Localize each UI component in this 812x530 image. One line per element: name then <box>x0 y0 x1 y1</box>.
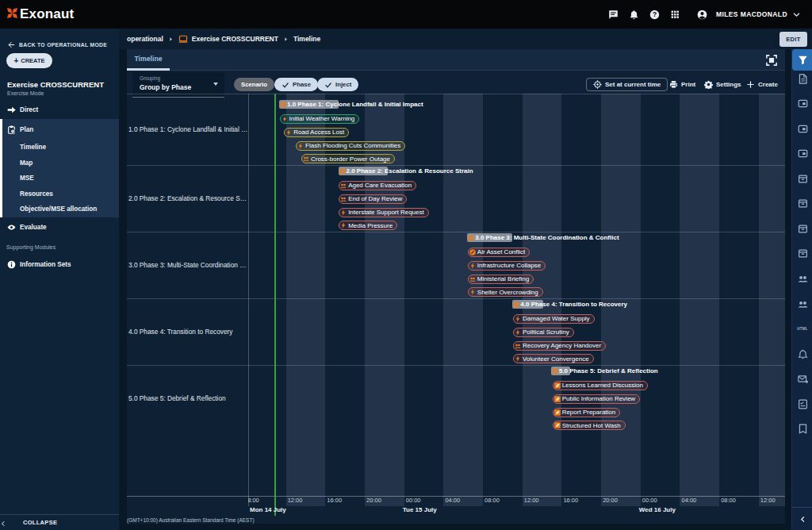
image-icon[interactable] <box>792 148 812 160</box>
breadcrumb-root[interactable]: operational <box>127 35 163 43</box>
image-icon[interactable] <box>792 98 812 110</box>
inject-chip[interactable]: Infrastructure Collapse <box>468 261 546 271</box>
inject-chip[interactable]: Flash Flooding Cuts Communities <box>296 141 405 151</box>
tab-timeline[interactable]: Timeline <box>127 49 170 71</box>
time-tick: 08:00 <box>485 497 500 504</box>
inject-chip[interactable]: Air Asset Conflict <box>468 248 530 257</box>
inject-chip[interactable]: Recovery Agency Handover <box>513 341 606 351</box>
sidebar-item-map[interactable]: Map <box>0 156 119 171</box>
archive-icon[interactable] <box>792 222 812 235</box>
inject-chip[interactable]: Public Information Review <box>553 394 640 404</box>
phase-bar[interactable]: 2.0 Phase 2: Escalation & Resource Strai… <box>339 167 473 175</box>
filter-icon[interactable] <box>792 49 812 71</box>
back-to-operational-mode-link[interactable]: BACK TO OPERATIONAL MODE <box>8 37 107 52</box>
time-tick: 04:00 <box>445 497 460 504</box>
archive-icon[interactable] <box>792 172 812 185</box>
inject-label: Infrastructure Collapse <box>477 262 541 269</box>
inject-chip[interactable]: End of Day Review <box>339 194 407 204</box>
settings-button[interactable]: Settings <box>704 78 741 91</box>
breadcrumb-page[interactable]: Timeline <box>293 35 320 43</box>
svg-text:?: ? <box>653 10 657 18</box>
people-icon[interactable] <box>792 272 812 285</box>
inject-chip[interactable]: Structured Hot Wash <box>553 421 626 430</box>
mail-forward-icon[interactable] <box>792 373 812 386</box>
phase-bar[interactable]: 3.0 Phase 3: Multi-State Coordination & … <box>467 233 619 242</box>
caret-right-icon <box>283 36 289 42</box>
caret-right-icon <box>168 36 174 42</box>
arrow-right-icon <box>7 106 16 114</box>
sidebar-collapse-button[interactable]: COLLAPSE <box>0 514 119 530</box>
fullscreen-icon[interactable] <box>766 55 777 65</box>
time-tick: 08:00 <box>721 497 736 504</box>
sidebar-item-resources[interactable]: Resources <box>0 186 119 202</box>
sidebar-item-objective-mse-allocation[interactable]: Objective/MSE allocation <box>0 202 119 217</box>
plus-icon: + <box>13 56 18 65</box>
check-icon <box>282 81 289 89</box>
sidebar-item-label: Information Sets <box>20 261 71 268</box>
filter-chip-scenario[interactable]: Scenario <box>234 78 274 91</box>
create-button[interactable]: + CREATE <box>6 53 52 68</box>
sidebar-item-evaluate[interactable]: Evaluate <box>0 217 119 237</box>
bell-icon[interactable] <box>624 4 645 25</box>
inject-chip[interactable]: Road Access Lost <box>284 128 349 137</box>
inject-chip[interactable]: Political Scrutiny <box>513 328 574 337</box>
inject-chip[interactable]: Report Preparation <box>553 408 621 417</box>
user-name[interactable]: MILES MACDONALD <box>716 10 787 18</box>
people-icon[interactable] <box>792 298 812 310</box>
time-tick: 08:00 <box>248 497 259 504</box>
inject-chip[interactable]: Initial Weather Warning <box>280 114 360 124</box>
phase-bar[interactable]: 4.0 Phase 4: Transition to Recovery <box>512 300 627 309</box>
row-separator <box>127 298 785 299</box>
inject-chip[interactable]: Lessons Learned Discussion <box>553 381 648 390</box>
apps-grid-icon[interactable] <box>665 4 686 25</box>
time-tick: 12:00 <box>288 497 303 504</box>
grouping-label: Grouping <box>140 75 160 81</box>
edit-note-icon <box>554 422 561 428</box>
checklist-icon[interactable] <box>792 398 812 410</box>
sidebar-item-direct[interactable]: Direct <box>0 100 119 120</box>
current-time-line[interactable] <box>274 94 276 516</box>
sidebar-item-plan[interactable]: Plan <box>0 120 119 140</box>
book-icon[interactable] <box>792 423 812 436</box>
edit-button[interactable]: EDIT <box>779 32 807 47</box>
sidebar-item-information-sets[interactable]: Information Sets <box>0 255 119 275</box>
brand-logo[interactable]: Exonaut <box>6 6 74 22</box>
print-button[interactable]: Print <box>669 78 695 91</box>
phase-bar[interactable]: 5.0 Phase 5: Debrief & Reflection <box>551 367 658 375</box>
bolt-icon <box>515 355 521 362</box>
image-icon[interactable] <box>792 122 812 135</box>
create-button[interactable]: Create <box>746 78 778 91</box>
document-icon[interactable] <box>792 72 812 85</box>
archive-icon[interactable] <box>792 198 812 210</box>
set-at-current-time-button[interactable]: Set at current time <box>586 78 668 91</box>
avatar-icon[interactable] <box>692 4 713 25</box>
chat-icon[interactable] <box>603 4 624 25</box>
time-tick: 12:00 <box>760 497 776 504</box>
inject-chip[interactable]: Media Pressure <box>339 221 397 230</box>
help-icon[interactable]: ? <box>645 4 665 25</box>
chevron-down-icon[interactable] <box>792 10 801 19</box>
inject-chip[interactable]: Shelter Overcrowding <box>468 287 543 297</box>
inject-chip[interactable]: Volunteer Convergence <box>513 354 594 363</box>
inject-chip[interactable]: Cross-border Power Outage <box>301 154 395 163</box>
bolt-icon <box>515 329 521 336</box>
inject-chip[interactable]: Damaged Water Supply <box>513 314 595 324</box>
breadcrumb-exercise[interactable]: Exercise CROSSCURRENT <box>192 35 278 43</box>
filter-chip-phase[interactable]: Phase <box>274 78 318 91</box>
sidebar-item-timeline[interactable]: Timeline <box>0 140 119 156</box>
right-sidebar-collapse-button[interactable] <box>792 507 812 530</box>
phase-bar[interactable]: 1.0 Phase 1: Cyclone Landfall & Initial … <box>279 100 423 109</box>
time-tick-labels: 08:0012:0016:0020:0000:0004:0008:0012:00… <box>248 497 785 506</box>
inject-label: Flash Flooding Cuts Communities <box>305 142 400 149</box>
inject-chip[interactable]: Interstate Support Request <box>339 208 429 217</box>
inject-chip[interactable]: Aged Care Evacuation <box>339 181 416 190</box>
sidebar-item-mse[interactable]: MSE <box>0 171 119 186</box>
group-label: 1.0 Phase 1: Cyclone Landfall & Initial … <box>128 125 248 133</box>
archive-icon[interactable] <box>792 248 812 260</box>
inject-label: Initial Weather Warning <box>289 115 355 122</box>
bell-icon[interactable] <box>792 348 812 360</box>
row-separator <box>127 165 785 166</box>
filter-chip-inject[interactable]: Inject <box>317 78 358 91</box>
inject-chip[interactable]: Ministerial Briefing <box>468 275 534 284</box>
html-icon[interactable]: HTML <box>792 323 812 336</box>
